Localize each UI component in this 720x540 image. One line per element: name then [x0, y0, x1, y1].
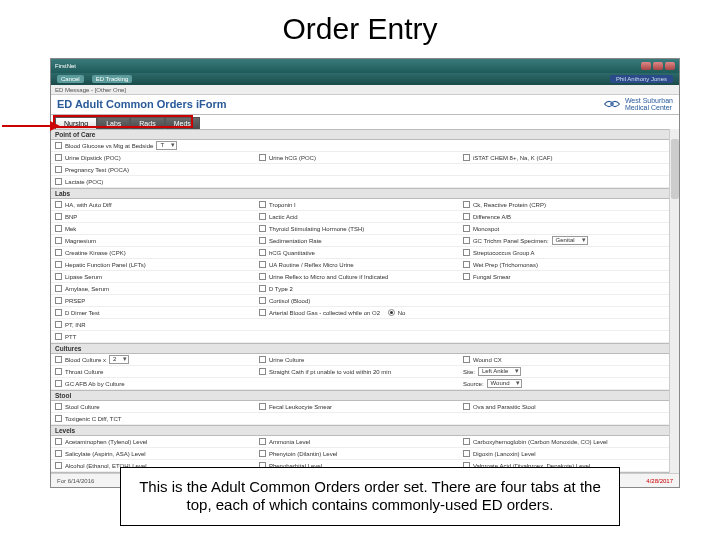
checkbox[interactable] — [55, 450, 62, 457]
window-controls — [641, 62, 675, 70]
checkbox[interactable] — [463, 201, 470, 208]
checkbox[interactable] — [259, 438, 266, 445]
checkbox[interactable] — [55, 380, 62, 387]
checkbox[interactable] — [55, 309, 62, 316]
section-cultures: Cultures — [51, 343, 669, 354]
order-form-body: Point of Care Blood Glucose vs Mtg at Be… — [51, 129, 669, 473]
checkbox[interactable] — [55, 166, 62, 173]
checkbox[interactable] — [55, 261, 62, 268]
checkbox[interactable] — [55, 142, 62, 149]
menu-cancel[interactable]: Cancel — [57, 75, 84, 83]
checkbox[interactable] — [259, 285, 266, 292]
checkbox[interactable] — [259, 356, 266, 363]
section-stool: Stool — [51, 390, 669, 401]
checkbox[interactable] — [55, 249, 62, 256]
checkbox[interactable] — [55, 321, 62, 328]
slide-title: Order Entry — [0, 0, 720, 52]
status-left: For 6/14/2016 — [57, 478, 94, 484]
source-select[interactable]: Wound — [487, 379, 523, 388]
form-header: ED Adult Common Orders iForm West Suburb… — [51, 95, 679, 115]
checkbox[interactable] — [463, 249, 470, 256]
vertical-scrollbar[interactable] — [669, 129, 679, 473]
specimen-select[interactable]: Genital — [552, 236, 588, 245]
form-title: ED Adult Common Orders iForm — [57, 98, 227, 110]
radio-o2-no[interactable] — [388, 309, 395, 316]
checkbox[interactable] — [55, 356, 62, 363]
blood-culture-count[interactable]: 2 — [109, 355, 129, 364]
window-titlebar: FirstNet — [51, 59, 679, 73]
menubar: Cancel ED Tracking Phil Anthony Jones — [51, 73, 679, 85]
checkbox[interactable] — [55, 462, 62, 469]
checkbox[interactable] — [463, 438, 470, 445]
checkbox[interactable] — [463, 273, 470, 280]
checkbox[interactable] — [55, 403, 62, 410]
checkbox[interactable] — [259, 237, 266, 244]
checkbox[interactable] — [259, 309, 266, 316]
checkbox[interactable] — [55, 368, 62, 375]
menu-ed-tracking[interactable]: ED Tracking — [92, 75, 133, 83]
checkbox[interactable] — [259, 249, 266, 256]
checkbox[interactable] — [259, 403, 266, 410]
checkbox[interactable] — [55, 178, 62, 185]
checkbox[interactable] — [55, 273, 62, 280]
checkbox[interactable] — [55, 201, 62, 208]
tab-nursing[interactable]: Nursing — [55, 117, 97, 129]
brand-logo: West Suburban Medical Center — [603, 97, 673, 112]
checkbox[interactable] — [55, 225, 62, 232]
checkbox[interactable] — [259, 297, 266, 304]
checkbox[interactable] — [259, 273, 266, 280]
maximize-button[interactable] — [653, 62, 663, 70]
tab-rads[interactable]: Rads — [130, 117, 164, 129]
minimize-button[interactable] — [641, 62, 651, 70]
close-button[interactable] — [665, 62, 675, 70]
checkbox[interactable] — [55, 237, 62, 244]
tab-meds[interactable]: Meds — [165, 117, 200, 129]
checkbox[interactable] — [463, 450, 470, 457]
checkbox[interactable] — [463, 237, 470, 244]
checkbox[interactable] — [55, 297, 62, 304]
checkbox[interactable] — [463, 356, 470, 363]
checkbox[interactable] — [55, 333, 62, 340]
checkbox[interactable] — [259, 368, 266, 375]
checkbox[interactable] — [463, 225, 470, 232]
checkbox[interactable] — [55, 438, 62, 445]
checkbox[interactable] — [463, 154, 470, 161]
app-window: FirstNet Cancel ED Tracking Phil Anthony… — [50, 58, 680, 488]
tab-labs[interactable]: Labs — [97, 117, 130, 129]
tabs-row: Nursing Labs Rads Meds — [51, 115, 679, 129]
annotation-caption: This is the Adult Common Orders order se… — [120, 467, 620, 527]
checkbox[interactable] — [55, 415, 62, 422]
checkbox[interactable] — [259, 213, 266, 220]
section-labs: Labs — [51, 188, 669, 199]
checkbox[interactable] — [55, 154, 62, 161]
document-title: ED Message - [Other One] — [51, 85, 679, 95]
checkbox[interactable] — [55, 213, 62, 220]
checkbox[interactable] — [259, 225, 266, 232]
value-select[interactable]: T — [156, 141, 177, 150]
checkbox[interactable] — [55, 285, 62, 292]
user-chip[interactable]: Phil Anthony Jones — [610, 75, 673, 83]
checkbox[interactable] — [259, 450, 266, 457]
checkbox[interactable] — [463, 403, 470, 410]
checkbox[interactable] — [463, 213, 470, 220]
status-right: 4/28/2017 — [646, 478, 673, 484]
brand-logo-icon — [603, 97, 621, 111]
checkbox[interactable] — [259, 201, 266, 208]
checkbox[interactable] — [463, 261, 470, 268]
checkbox[interactable] — [259, 154, 266, 161]
site-select[interactable]: Left Ankle — [478, 367, 521, 376]
section-point-of-care: Point of Care — [51, 129, 669, 140]
checkbox[interactable] — [259, 261, 266, 268]
brand-logo-text: West Suburban Medical Center — [625, 97, 673, 112]
section-levels: Levels — [51, 425, 669, 436]
titlebar-app-name: FirstNet — [55, 63, 76, 69]
